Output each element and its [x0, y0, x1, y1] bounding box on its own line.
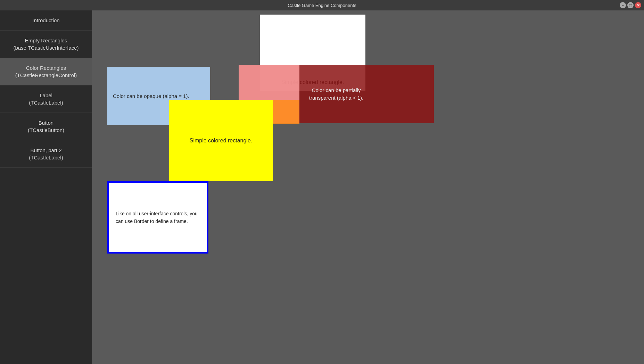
- sidebar-item-empty-rectangles[interactable]: Empty Rectangles(base TCastleUserInterfa…: [0, 31, 92, 58]
- rect-blue-light-label: Color can be opaque (alpha = 1).: [113, 93, 189, 99]
- window-controls: − ▢ ✕: [620, 2, 641, 8]
- main-layout: Introduction Empty Rectangles(base TCast…: [0, 10, 644, 364]
- rect-white-border: Like on all user-interface controls, you…: [107, 181, 208, 254]
- close-button[interactable]: ✕: [635, 2, 641, 8]
- sidebar-item-introduction[interactable]: Introduction: [0, 10, 92, 31]
- sidebar-item-button-part2[interactable]: Button, part 2(TCastleLabel): [0, 140, 92, 168]
- window-title: Castle Game Engine Components: [288, 3, 356, 8]
- sidebar-item-button[interactable]: Button(TCastleButton): [0, 113, 92, 140]
- content-area: Simple colored rectangle. Color can be p…: [92, 10, 644, 364]
- rect-dark-red-label: Color can be partiallytransparent (alpha…: [309, 86, 363, 102]
- rect-yellow-label: Simple colored rectangle.: [190, 138, 253, 144]
- sidebar-item-label[interactable]: Label(TCastleLabel): [0, 85, 92, 113]
- rect-white-border-label: Like on all user-interface controls, you…: [116, 210, 200, 225]
- sidebar-item-color-rectangles[interactable]: Color Rectangles(TCastleRectangleControl…: [0, 58, 92, 85]
- titlebar: Castle Game Engine Components − ▢ ✕: [0, 0, 644, 10]
- sidebar: Introduction Empty Rectangles(base TCast…: [0, 10, 92, 364]
- minimize-button[interactable]: −: [620, 2, 626, 8]
- rect-yellow: Simple colored rectangle.: [169, 100, 273, 181]
- maximize-button[interactable]: ▢: [627, 2, 634, 8]
